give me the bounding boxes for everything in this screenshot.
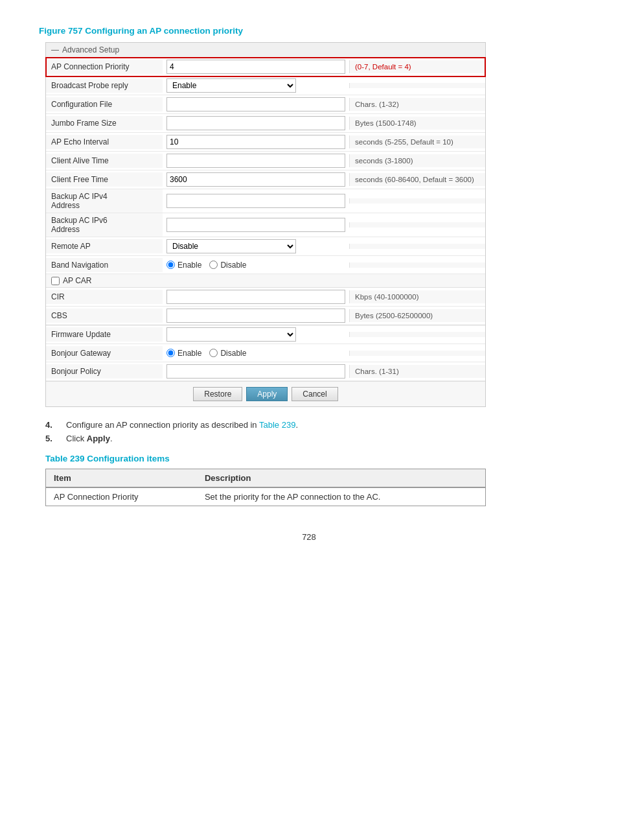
client-free-time-label: Client Free Time [46,172,163,187]
backup-ac-ipv6-input[interactable] [166,218,345,232]
broadcast-probe-reply-input-cell: Enable Disable [163,76,349,95]
band-navigation-enable-label[interactable]: Enable [166,261,201,270]
band-navigation-disable-label[interactable]: Disable [209,261,246,270]
band-navigation-radio-group: Enable Disable [166,261,345,270]
bonjour-gateway-input-cell: Enable Disable [163,347,349,360]
step-5-text: Click Apply. [66,434,113,443]
ap-echo-interval-input-cell [163,133,349,151]
configuration-file-input[interactable] [166,97,345,111]
ap-echo-interval-input[interactable] [166,135,345,149]
broadcast-probe-reply-select[interactable]: Enable Disable [166,78,296,93]
client-alive-time-row: Client Alive Time seconds (3-1800) [46,152,485,170]
client-free-time-row: Client Free Time seconds (60-86400, Defa… [46,170,485,189]
firmware-update-select[interactable] [166,327,296,342]
band-navigation-label: Band Navigation [46,258,163,272]
band-navigation-row: Band Navigation Enable Disable [46,256,485,274]
cbs-label: CBS [46,309,163,323]
step-4-num: 4. [45,420,58,430]
band-navigation-enable-radio[interactable] [166,261,175,269]
band-navigation-hint [349,262,485,268]
cancel-button[interactable]: Cancel [292,387,338,401]
steps-section: 4. Configure an AP connection priority a… [45,420,579,443]
broadcast-probe-reply-row: Broadcast Probe reply Enable Disable [46,76,485,95]
restore-button[interactable]: Restore [193,387,242,401]
table-cell-description: Set the priority for the AP connection t… [197,487,486,506]
broadcast-probe-reply-hint [349,83,485,88]
bonjour-gateway-label: Bonjour Gateway [46,346,163,360]
cir-label: CIR [46,290,163,304]
ap-connection-priority-input-cell [163,58,349,76]
cir-input[interactable] [166,290,345,304]
configuration-file-input-cell [163,95,349,113]
ap-connection-priority-label: AP Connection Priority [46,60,163,74]
figure-title: Figure 757 Configuring an AP connection … [39,26,579,36]
bonjour-policy-label: Bonjour Policy [46,364,163,379]
ap-car-section: AP CAR CIR Kbps (40-1000000) CBS Bytes (… [46,274,485,325]
firmware-update-input-cell [163,325,349,344]
backup-ac-ipv4-hint [349,198,485,204]
client-free-time-input-cell [163,170,349,189]
jumbo-frame-size-input-cell [163,114,349,132]
client-alive-time-hint: seconds (3-1800) [349,154,485,167]
bonjour-gateway-radio-group: Enable Disable [166,349,345,358]
backup-ac-ipv6-row: Backup AC IPv6Address [46,213,485,237]
description-table: Item Description AP Connection Priority … [45,469,486,506]
step-4-text: Configure an AP connection priority as d… [66,420,298,430]
table-header-item: Item [46,469,197,488]
ap-connection-priority-input[interactable] [166,60,345,74]
step-4: 4. Configure an AP connection priority a… [45,420,579,430]
table-cell-item: AP Connection Priority [46,487,197,506]
section-header: Advanced Setup [46,43,485,58]
jumbo-frame-size-input[interactable] [166,116,345,130]
bonjour-gateway-enable-radio[interactable] [166,349,175,357]
remote-ap-select[interactable]: Disable Enable [166,239,296,253]
backup-ac-ipv6-label: Backup AC IPv6Address [46,213,163,237]
remote-ap-row: Remote AP Disable Enable [46,237,485,256]
client-alive-time-input-cell [163,152,349,170]
jumbo-frame-size-hint: Bytes (1500-1748) [349,117,485,130]
form-container: Advanced Setup AP Connection Priority (0… [45,42,486,407]
configuration-file-row: Configuration File Chars. (1-32) [46,95,485,114]
ap-car-checkbox[interactable] [51,277,60,285]
ap-echo-interval-row: AP Echo Interval seconds (5-255, Default… [46,133,485,152]
backup-ac-ipv4-label: Backup AC IPv4Address [46,189,163,213]
table-header-description: Description [197,469,486,488]
backup-ac-ipv4-input[interactable] [166,194,345,208]
bonjour-gateway-hint [349,351,485,356]
firmware-update-hint [349,332,485,337]
bonjour-policy-input[interactable] [166,364,345,379]
cir-hint: Kbps (40-1000000) [349,290,485,303]
backup-ac-ipv6-hint [349,222,485,228]
bonjour-gateway-enable-label[interactable]: Enable [166,349,201,358]
client-free-time-input[interactable] [166,172,345,187]
backup-ac-ipv4-input-cell [163,192,349,210]
table-row: AP Connection Priority Set the priority … [46,487,486,506]
backup-ac-ipv6-input-cell [163,216,349,234]
ap-connection-priority-row: AP Connection Priority (0-7, Default = 4… [46,58,485,76]
configuration-file-label: Configuration File [46,97,163,111]
remote-ap-label: Remote AP [46,239,163,253]
apply-bold: Apply [87,434,110,443]
client-alive-time-label: Client Alive Time [46,154,163,168]
jumbo-frame-size-row: Jumbo Frame Size Bytes (1500-1748) [46,114,485,133]
section-header-label: Advanced Setup [62,45,119,54]
firmware-update-label: Firmware Update [46,327,163,342]
table-239-link[interactable]: Table 239 [259,420,295,430]
button-row: Restore Apply Cancel [46,381,485,406]
table-title: Table 239 Configuration items [45,454,579,463]
backup-ac-ipv4-row: Backup AC IPv4Address [46,189,485,213]
ap-car-header: AP CAR [46,274,485,288]
bonjour-gateway-disable-label[interactable]: Disable [209,349,246,358]
cbs-input-cell [163,307,349,325]
step-5: 5. Click Apply. [45,434,579,443]
client-alive-time-input[interactable] [166,154,345,168]
apply-button[interactable]: Apply [246,387,288,401]
cbs-input[interactable] [166,309,345,323]
client-free-time-hint: seconds (60-86400, Default = 3600) [349,173,485,186]
bonjour-gateway-disable-radio[interactable] [209,349,218,357]
cbs-hint: Bytes (2500-62500000) [349,309,485,322]
band-navigation-disable-radio[interactable] [209,261,218,269]
remote-ap-hint [349,244,485,249]
cbs-row: CBS Bytes (2500-62500000) [46,307,485,325]
table-header-row: Item Description [46,469,486,488]
